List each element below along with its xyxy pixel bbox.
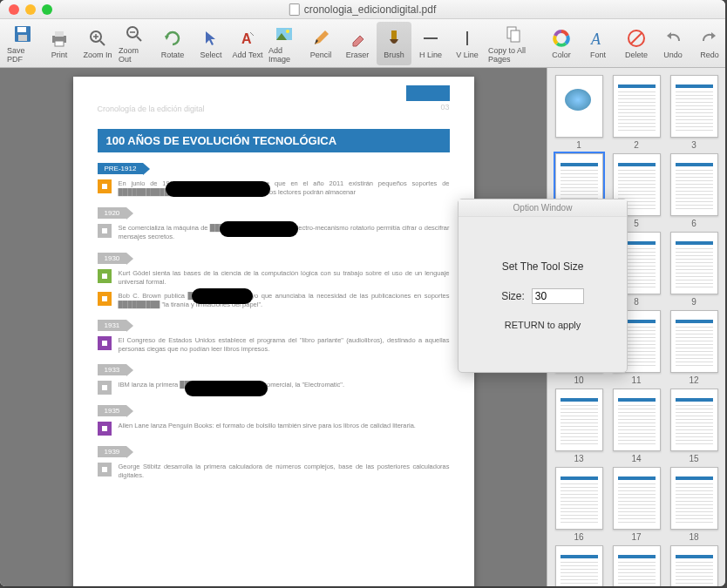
year-1912: PRE-1912 [98, 163, 144, 174]
vline-button[interactable]: V Line [450, 22, 485, 65]
redo-icon [699, 28, 720, 49]
thumbnail-2[interactable] [613, 75, 661, 138]
entry-text: George Stibitz desarrolla la primera cal… [119, 463, 450, 480]
hline-button[interactable]: H Line [413, 22, 448, 65]
svg-marker-13 [165, 36, 169, 40]
thumbnail-label: 12 [668, 375, 720, 385]
thumbnail-label: 11 [610, 375, 662, 385]
thumbnail-label: 14 [610, 454, 662, 463]
minimize-window-button[interactable] [25, 4, 36, 15]
thumbnail-3[interactable] [670, 75, 718, 138]
bullet-icon [98, 224, 112, 238]
svg-rect-1 [17, 27, 26, 32]
toolbar: Save PDF Print Zoom In Zoom Out Rotate S… [0, 19, 725, 68]
rotate-button[interactable]: Rotate [155, 22, 190, 65]
svg-rect-5 [55, 41, 64, 46]
option-window-body: Set The Tool Size Size: RETURN to apply [459, 217, 627, 330]
titlebar: cronologia_ediciondigital.pdf [0, 0, 725, 19]
size-input[interactable] [532, 288, 584, 304]
thumbnail-label: 3 [668, 140, 720, 150]
year-1920: 1920 [98, 207, 127, 219]
printer-icon [49, 28, 70, 49]
thumbnail-label: 13 [553, 454, 605, 463]
svg-line-7 [100, 41, 105, 45]
svg-line-11 [137, 37, 141, 41]
svg-text:A: A [590, 30, 601, 48]
thumbnail-label: 15 [668, 454, 720, 463]
traffic-lights [0, 4, 52, 15]
bullet-icon [98, 463, 112, 476]
bullet-icon [98, 381, 112, 395]
bullet-icon [98, 269, 112, 283]
svg-rect-4 [55, 31, 64, 37]
thumbnail-21[interactable] [670, 545, 718, 586]
eraser-button[interactable]: Eraser [340, 22, 375, 65]
option-hint: RETURN to apply [472, 320, 613, 330]
zoom-in-icon [87, 28, 108, 49]
year-1939: 1939 [98, 446, 127, 457]
option-window-title: Option Window [459, 199, 627, 217]
entry-text: El Congreso de Estados Unidos establece … [119, 336, 450, 354]
thumbnail-label: 18 [668, 532, 720, 542]
print-button[interactable]: Print [42, 22, 77, 65]
bullet-icon [98, 336, 112, 350]
select-button[interactable]: Select [194, 22, 228, 65]
svg-marker-14 [206, 31, 215, 45]
thumbnail-14[interactable] [613, 389, 661, 451]
redo-button[interactable]: Redo [692, 22, 725, 65]
zoom-in-button[interactable]: Zoom In [80, 22, 115, 65]
floppy-icon [12, 24, 33, 44]
pencil-button[interactable]: Pencil [303, 22, 338, 65]
bullet-icon [98, 292, 112, 306]
hline-icon [420, 28, 441, 49]
thumbnail-label: 6 [668, 219, 720, 228]
add-text-button[interactable]: AAdd Text [230, 22, 265, 65]
svg-text:A: A [241, 31, 252, 46]
thumbnail-12[interactable] [670, 310, 718, 373]
svg-marker-22 [353, 36, 364, 46]
svg-marker-32 [667, 32, 671, 39]
window-title-text: cronologia_ediciondigital.pdf [304, 3, 436, 16]
thumbnail-19[interactable] [555, 545, 603, 586]
text-icon: A [237, 28, 258, 49]
undo-button[interactable]: Undo [656, 22, 690, 65]
thumbnail-17[interactable] [613, 467, 661, 530]
color-button[interactable]: Color [544, 22, 579, 65]
thumbnail-16[interactable] [555, 467, 603, 530]
thumbnail-15[interactable] [670, 389, 718, 451]
save-pdf-button[interactable]: Save PDF [5, 22, 40, 65]
add-image-button[interactable]: Add Image [267, 22, 302, 65]
svg-line-31 [631, 33, 642, 44]
cursor-icon [200, 28, 221, 49]
brush-button[interactable]: Brush [377, 22, 411, 65]
copy-all-pages-button[interactable]: Copy to All Pages [486, 22, 540, 65]
thumbnail-9[interactable] [670, 232, 718, 294]
svg-point-19 [286, 30, 289, 33]
bullet-icon [98, 179, 112, 193]
rotate-icon [162, 28, 183, 49]
zoom-out-button[interactable]: Zoom Out [117, 22, 152, 65]
pencil-icon [310, 28, 331, 49]
thumbnail-18[interactable] [670, 467, 718, 530]
close-window-button[interactable] [9, 4, 19, 15]
thumbnail-20[interactable] [613, 545, 661, 586]
thumbnail-6[interactable] [670, 153, 718, 216]
copy-icon [503, 24, 524, 44]
brush-icon [384, 28, 404, 49]
zoom-window-button[interactable] [42, 4, 52, 15]
image-icon [274, 24, 295, 44]
entry-text: Kurt Gödel sienta las bases de la cienci… [119, 269, 450, 287]
svg-rect-27 [511, 30, 520, 42]
delete-button[interactable]: Delete [619, 22, 654, 65]
entry-text: Allen Lane lanza Penguin Books: el forma… [119, 422, 450, 430]
pdf-page: Cronología de la edición digital 03 100 … [73, 77, 474, 586]
font-button[interactable]: AFont [581, 22, 615, 65]
thumbnail-13[interactable] [555, 389, 603, 451]
size-label: Size: [501, 290, 525, 302]
option-heading: Set The Tool Size [472, 260, 613, 273]
thumbnail-1[interactable] [555, 75, 603, 138]
color-wheel-icon [551, 28, 572, 49]
thumbnail-label: 17 [610, 532, 662, 542]
page-logo-badge [406, 85, 450, 101]
option-window[interactable]: Option Window Set The Tool Size Size: RE… [458, 199, 628, 373]
